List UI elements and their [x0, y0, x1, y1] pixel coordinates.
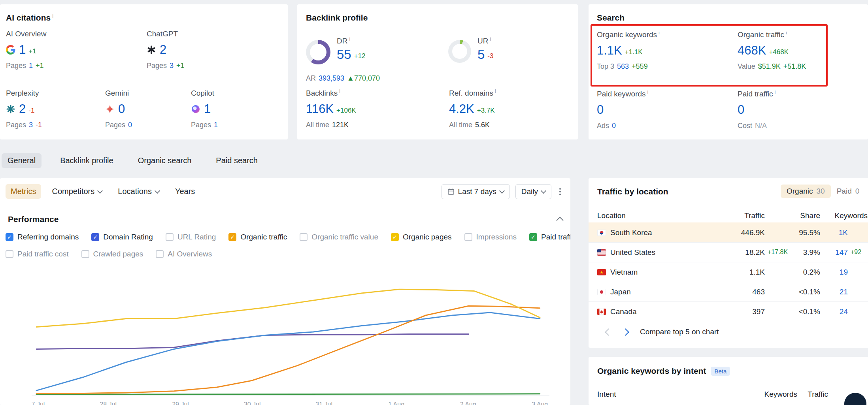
table-row[interactable]: Vietnam 1.1K 0.2% 19 — [589, 262, 868, 282]
table-row[interactable]: South Korea 446.9K 95.5% 1K — [589, 222, 868, 242]
organic-toggle[interactable]: Organic 30 — [781, 185, 831, 198]
search-title: Search — [597, 13, 625, 23]
table-row[interactable]: Japan 463 <0.1% 21 — [589, 282, 868, 301]
locations-button[interactable]: Locations — [113, 184, 164, 199]
years-button[interactable]: Years — [170, 184, 200, 199]
metric-checkbox[interactable]: ✓Organic pages — [391, 233, 452, 241]
pages-delta: -1 — [36, 121, 42, 129]
more-options-button[interactable] — [557, 186, 563, 198]
table-row[interactable]: United States 18.2K+17.8K 3.9% 147+92 — [589, 242, 868, 262]
info-icon[interactable]: i — [774, 89, 776, 95]
flag-vietnam-icon — [597, 269, 606, 275]
tab-paid-search[interactable]: Paid search — [210, 153, 264, 168]
ahrefs-rank-line: AR 393,593 ▲770,070 — [306, 74, 380, 83]
col-traffic: Traffic — [797, 390, 828, 399]
metric-checkbox[interactable]: ✓Referring domains — [6, 233, 79, 241]
prev-page-icon[interactable] — [605, 328, 612, 335]
chevron-down-icon — [499, 188, 505, 194]
ai-citations-title: AI citationsi — [6, 13, 53, 23]
keywords-link[interactable]: 24 — [840, 307, 848, 316]
metric-value[interactable]: 0 — [118, 103, 125, 115]
backlinks-all-time: 121K — [332, 121, 349, 129]
pages-label: Pages — [147, 62, 167, 70]
location-name: South Korea — [610, 228, 652, 237]
chatgpt-icon — [147, 45, 156, 55]
metric-value[interactable]: 1 — [204, 103, 211, 115]
info-icon[interactable]: i — [349, 36, 350, 42]
checkbox-label: Organic pages — [403, 233, 452, 241]
performance-heading: Performance — [8, 215, 58, 224]
paid-traffic-value[interactable]: 0 — [738, 104, 744, 116]
checkbox-label: Paid traffic cost — [17, 250, 69, 258]
paid-toggle[interactable]: Paid 0 — [831, 185, 866, 198]
info-icon[interactable]: i — [52, 13, 53, 19]
x-axis-tick-label: 2 Aug — [460, 401, 476, 405]
metric-checkbox[interactable]: Crawled pages — [81, 250, 143, 258]
chart-line-organic-traffic — [36, 306, 540, 393]
metric-ai-overview: AI Overview 1 +1 Pages 1 +1 — [6, 30, 46, 70]
metric-value[interactable]: 1 — [19, 43, 26, 56]
backlinks-value[interactable]: 116K — [306, 103, 334, 115]
ahrefs-overview-page: { "ai_citations": { "title": "AI citatio… — [0, 0, 868, 405]
compare-top5-link[interactable]: Compare top 5 on chart — [640, 328, 719, 336]
organic-traffic-value[interactable]: 468K — [738, 44, 766, 57]
keywords-link[interactable]: 21 — [840, 288, 848, 296]
info-icon[interactable]: i — [786, 30, 787, 36]
location-name: United States — [610, 248, 655, 257]
keywords-by-intent-panel: Organic keywords by intent Beta Intent K… — [589, 357, 868, 405]
competitors-button[interactable]: Competitors — [47, 184, 107, 199]
pages-value-link[interactable]: 3 — [29, 121, 33, 129]
metric-value[interactable]: 2 — [160, 43, 166, 56]
pages-value-link[interactable]: 1 — [29, 62, 33, 70]
organic-count: 30 — [817, 187, 825, 196]
checkbox-unchecked-icon — [300, 233, 308, 241]
keywords-link[interactable]: 147 — [835, 248, 848, 256]
traffic-value: 446.9K — [741, 228, 765, 237]
info-icon[interactable]: i — [490, 36, 491, 42]
metric-checkbox[interactable]: AI Overviews — [156, 250, 212, 258]
info-icon[interactable]: i — [339, 88, 340, 94]
pages-delta: +1 — [36, 62, 44, 70]
top3-value-link[interactable]: 563 — [617, 62, 629, 71]
col-share: Share — [765, 211, 820, 220]
info-icon[interactable]: i — [495, 88, 496, 94]
pages-value-link[interactable]: 3 — [170, 62, 174, 70]
table-row[interactable]: Canada 397 <0.1% 24 — [589, 301, 868, 321]
flag-japan-icon — [597, 289, 606, 295]
metric-label: AI Overview — [6, 30, 46, 38]
tab-backlink-profile[interactable]: Backlink profile — [54, 153, 119, 168]
organic-keywords-value[interactable]: 1.1K — [597, 44, 622, 57]
pages-value-link[interactable]: 0 — [128, 121, 132, 129]
metric-copilot: Copilot 1 Pages 1 — [191, 89, 221, 129]
ur-donut — [448, 40, 471, 63]
google-icon — [6, 45, 15, 55]
ur-delta: -3 — [487, 52, 493, 60]
checkbox-unchecked-icon — [156, 250, 164, 258]
metric-checkbox[interactable]: URL Rating — [166, 233, 216, 241]
metric-value[interactable]: 2 — [19, 103, 26, 115]
metric-checkbox[interactable]: ✓Organic traffic — [228, 233, 287, 241]
paid-keywords-value[interactable]: 0 — [597, 104, 604, 116]
ref-domains-value[interactable]: 4.2K — [449, 103, 474, 115]
ahrefs-rank-link[interactable]: 393,593 — [319, 74, 344, 83]
checkbox-checked-icon: ✓ — [91, 233, 99, 241]
next-page-icon[interactable] — [622, 328, 629, 335]
collapse-chevron-icon[interactable] — [556, 217, 563, 224]
keywords-link[interactable]: 1K — [839, 228, 848, 237]
metric-checkbox[interactable]: Organic traffic value — [300, 233, 378, 241]
ads-value-link[interactable]: 0 — [612, 122, 616, 130]
granularity-button[interactable]: Daily — [515, 184, 551, 199]
info-icon[interactable]: i — [659, 30, 660, 36]
metric-label: Gemini — [105, 89, 135, 98]
tab-general[interactable]: General — [2, 153, 42, 168]
metric-checkbox[interactable]: Impressions — [464, 233, 517, 241]
metric-checkbox[interactable]: ✓Domain Rating — [91, 233, 153, 241]
info-icon[interactable]: i — [647, 89, 649, 95]
keywords-link[interactable]: 19 — [840, 268, 848, 276]
date-range-button[interactable]: Last 7 days — [442, 184, 510, 199]
metric-checkbox[interactable]: ✓Paid traffic — [529, 233, 570, 241]
pages-value-link[interactable]: 1 — [214, 121, 218, 129]
metrics-button[interactable]: Metrics — [6, 184, 41, 199]
metric-checkbox[interactable]: Paid traffic cost — [6, 250, 69, 258]
tab-organic-search[interactable]: Organic search — [132, 153, 198, 168]
